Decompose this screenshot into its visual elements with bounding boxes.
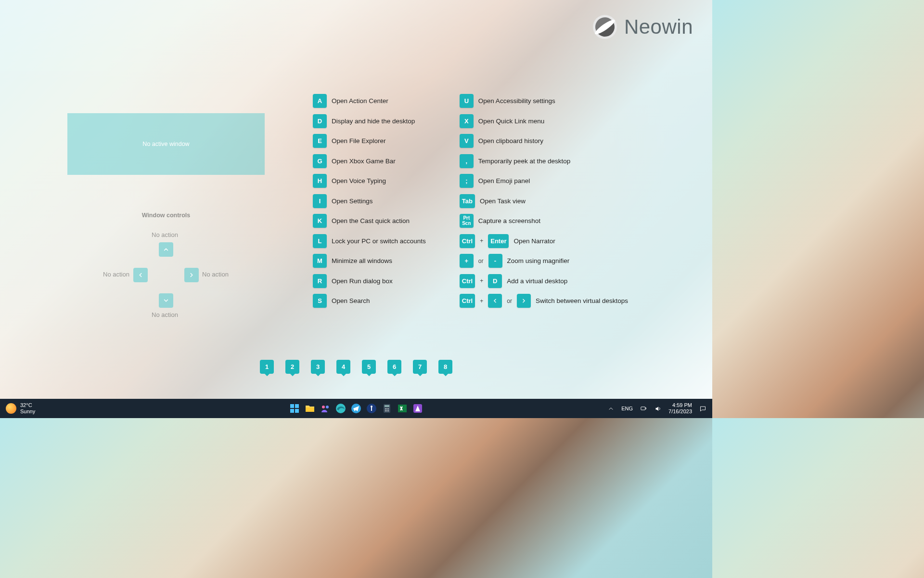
wc-up-label: No action — [152, 231, 178, 238]
taskbar-clock[interactable]: 4:59 PM 7/16/2023 — [668, 402, 692, 414]
svg-rect-22 — [398, 405, 407, 412]
shortcut-description: Open Search — [332, 297, 370, 304]
key-i: I — [313, 194, 327, 208]
wc-right-button[interactable] — [184, 268, 199, 282]
taskbar-hint-7: 7 — [413, 360, 427, 374]
network-icon[interactable] — [640, 405, 647, 412]
shortcut-description: Open Accessibility settings — [478, 97, 555, 105]
taskbar-hint-5: 5 — [362, 360, 376, 374]
shortcuts-panel: AOpen Action CenterDDisplay and hide the… — [313, 94, 628, 308]
key-m: M — [313, 254, 327, 268]
shortcut-description: Open Narrator — [513, 237, 555, 245]
shortcut-description: Temporarily peek at the desktop — [478, 158, 570, 165]
shortcut-description: Open Task view — [480, 197, 526, 205]
svg-point-13 — [371, 406, 372, 407]
no-active-window-panel: No active window — [67, 113, 265, 175]
shortcut-row: HOpen Voice Typing — [313, 174, 426, 188]
taskbar-app-calculator[interactable] — [381, 403, 393, 414]
shortcut-description: Open Action Center — [332, 97, 388, 105]
shortcut-row: TabOpen Task view — [460, 194, 628, 208]
taskbar-weather-widget[interactable]: 32°C Sunny — [0, 402, 135, 414]
shortcut-description: Switch between virtual desktops — [536, 297, 628, 304]
svg-point-21 — [388, 410, 389, 411]
wc-down-button[interactable] — [159, 293, 173, 308]
shortcut-row: LLock your PC or switch accounts — [313, 234, 426, 248]
shortcut-row: MMinimize all windows — [313, 254, 426, 268]
taskbar-app-explorer[interactable] — [304, 403, 316, 414]
taskbar-app-1password[interactable] — [366, 403, 377, 414]
shortcut-description: Open Emoji panel — [478, 177, 530, 184]
key-r: R — [313, 274, 327, 288]
shortcut-description: Open Quick Link menu — [478, 118, 544, 125]
key--: ; — [460, 174, 474, 188]
key-ctrl: Ctrl — [460, 294, 475, 308]
key-x: X — [460, 114, 474, 128]
or-separator: or — [478, 258, 484, 264]
weather-cond: Sunny — [20, 408, 35, 415]
taskbar-app-telegram[interactable] — [350, 403, 362, 414]
key-s: S — [313, 294, 327, 308]
taskbar-app-excel[interactable] — [397, 403, 408, 414]
svg-point-19 — [385, 410, 386, 411]
svg-rect-2 — [290, 404, 294, 408]
plus-separator: + — [480, 277, 483, 284]
key-v: V — [460, 134, 474, 148]
taskbar-app-teams[interactable] — [320, 403, 331, 414]
taskbar-hint-8: 8 — [438, 360, 452, 374]
shortcut-row: IOpen Settings — [313, 194, 426, 208]
chevron-left-icon — [492, 298, 498, 304]
shortcut-row: AOpen Action Center — [313, 94, 426, 108]
taskbar-language[interactable]: ENG — [621, 406, 633, 411]
tray-chevron-up-icon[interactable] — [607, 405, 615, 412]
svg-rect-4 — [290, 409, 294, 413]
taskbar-systray: ENG 4:59 PM 7/16/2023 — [578, 402, 712, 414]
key--: + — [460, 254, 474, 268]
no-active-window-label: No active window — [142, 141, 189, 147]
key-tab: Tab — [460, 194, 475, 208]
svg-point-17 — [386, 408, 387, 409]
svg-point-8 — [326, 406, 329, 408]
notifications-icon[interactable] — [699, 405, 706, 412]
svg-point-7 — [322, 406, 325, 408]
shortcut-row: ;Open Emoji panel — [460, 174, 628, 188]
taskbar-app-edge[interactable] — [335, 403, 346, 414]
shortcuts-column-1: AOpen Action CenterDDisplay and hide the… — [313, 94, 426, 308]
taskbar-hint-6: 6 — [387, 360, 401, 374]
taskbar-app-affinity[interactable] — [412, 403, 424, 414]
key-ctrl: Ctrl — [460, 274, 475, 288]
shortcut-description: Zoom using magnifier — [507, 257, 570, 264]
taskbar-hint-1: 1 — [260, 360, 274, 374]
shortcut-description: Open Settings — [332, 197, 373, 205]
wc-left-button[interactable] — [133, 268, 148, 282]
shortcut-description: Open Voice Typing — [332, 177, 386, 184]
shortcut-row: DDisplay and hide the desktop — [313, 114, 426, 128]
chevron-left-icon — [137, 272, 144, 278]
chevron-up-icon — [163, 246, 169, 253]
wc-up-button[interactable] — [159, 242, 173, 257]
volume-icon[interactable] — [654, 405, 662, 412]
plus-separator: + — [480, 298, 483, 304]
shortcut-description: Open clipboard history — [478, 137, 543, 144]
key-enter: Enter — [488, 234, 509, 248]
window-controls-title: Window controls — [106, 212, 226, 219]
key-u: U — [460, 94, 474, 108]
neowin-logo-icon — [592, 14, 617, 39]
svg-rect-24 — [641, 407, 645, 409]
wc-down-label: No action — [152, 311, 178, 318]
taskbar-apps — [135, 403, 578, 414]
taskbar-app-start[interactable] — [289, 403, 300, 414]
shortcut-row: XOpen Quick Link menu — [460, 114, 628, 128]
shortcut-description: Lock your PC or switch accounts — [332, 237, 426, 245]
key-arrow-right — [517, 294, 531, 308]
shortcut-row: VOpen clipboard history — [460, 134, 628, 148]
taskbar[interactable]: 32°C Sunny ENG 4:59 PM 7/16/2023 — [0, 399, 712, 418]
key-prt-scn: PrtScn — [460, 214, 474, 228]
shortcut-description: Open File Explorer — [332, 137, 386, 144]
window-controls-panel: Window controls No action No action No a… — [106, 212, 226, 331]
taskbar-hint-4: 4 — [336, 360, 350, 374]
wc-left-label: No action — [103, 271, 129, 278]
key-e: E — [313, 134, 327, 148]
key--: - — [488, 254, 502, 268]
taskbar-time: 4:59 PM — [672, 402, 692, 408]
plus-separator: + — [480, 237, 483, 244]
